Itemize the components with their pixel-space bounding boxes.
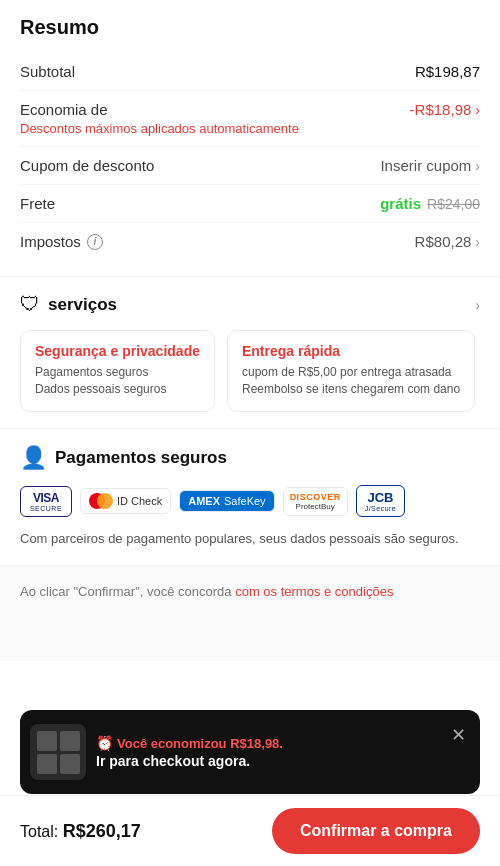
services-chevron-icon: › bbox=[475, 297, 480, 313]
service-card2-item1: cupom de R$5,00 por entrega atrasada bbox=[242, 365, 460, 379]
jcb-badge: JCB J/Secure bbox=[356, 485, 406, 517]
impostos-label-group: Impostos i bbox=[20, 233, 103, 250]
payment-person-icon: 👤 bbox=[20, 445, 47, 471]
economia-value: -R$18,98 bbox=[410, 101, 472, 118]
toast-content: ⏰ Você economizou R$18,98. Ir para check… bbox=[96, 735, 441, 769]
services-header: 🛡 serviços › bbox=[20, 293, 480, 316]
mc-orange-circle bbox=[97, 493, 113, 509]
subtotal-row: Subtotal R$198,87 bbox=[20, 53, 480, 91]
resumo-section: Resumo Subtotal R$198,87 Economia de Des… bbox=[0, 0, 500, 277]
discover-bottom-text: ProtectBuy bbox=[296, 502, 335, 511]
service-card1-item2: Dados pessoais seguros bbox=[35, 382, 200, 396]
frete-label: Frete bbox=[20, 195, 55, 212]
economia-chevron-icon: › bbox=[475, 102, 480, 118]
economia-value-group[interactable]: -R$18,98 › bbox=[410, 101, 480, 118]
visa-text: VISA bbox=[33, 491, 59, 505]
impostos-row[interactable]: Impostos i R$80,28 › bbox=[20, 223, 480, 260]
services-title: serviços bbox=[48, 295, 117, 315]
shield-icon: 🛡 bbox=[20, 293, 40, 316]
frete-row: Frete grátis R$24,00 bbox=[20, 185, 480, 223]
impostos-value: R$80,28 bbox=[415, 233, 472, 250]
service-card-security: Segurança e privacidade Pagamentos segur… bbox=[20, 330, 215, 412]
page-container: Resumo Subtotal R$198,87 Economia de Des… bbox=[0, 0, 500, 661]
service-card1-title: Segurança e privacidade bbox=[35, 343, 200, 359]
terms-section: Ao clicar "Confirmar", você concorda com… bbox=[0, 566, 500, 662]
toast-thumbnail bbox=[30, 724, 86, 780]
pagamentos-section: 👤 Pagamentos seguros VISA SECURE ID Chec… bbox=[0, 429, 500, 566]
jcb-top-text: JCB bbox=[367, 490, 393, 505]
toast-thumb-inner bbox=[33, 727, 84, 778]
total-group: Total: R$260,17 bbox=[20, 821, 141, 842]
payment-description: Com parceiros de pagamento populares, se… bbox=[20, 529, 480, 549]
cupom-chevron-icon: › bbox=[475, 158, 480, 174]
total-value: R$260,17 bbox=[63, 821, 141, 841]
service-card1-item1: Pagamentos seguros bbox=[35, 365, 200, 379]
toast-message: Ir para checkout agora. bbox=[96, 753, 441, 769]
thumb-item-1 bbox=[37, 731, 57, 751]
visa-badge: VISA SECURE bbox=[20, 486, 72, 517]
thumb-item-3 bbox=[37, 754, 57, 774]
subtotal-value: R$198,87 bbox=[415, 63, 480, 80]
services-title-row: 🛡 serviços bbox=[20, 293, 117, 316]
savings-toast: ⏰ Você economizou R$18,98. Ir para check… bbox=[20, 710, 480, 794]
total-label: Total: bbox=[20, 823, 63, 840]
terms-text: Ao clicar "Confirmar", você concorda com… bbox=[20, 582, 480, 602]
frete-value-group: grátis R$24,00 bbox=[380, 195, 480, 212]
toast-title: Você economizou R$18,98. bbox=[117, 736, 283, 751]
cupom-row[interactable]: Cupom de desconto Inserir cupom › bbox=[20, 147, 480, 185]
toast-close-icon[interactable]: ✕ bbox=[451, 724, 466, 746]
cupom-value: Inserir cupom bbox=[380, 157, 471, 174]
service-card2-item2: Reembolso se itens chegarem com dano bbox=[242, 382, 460, 396]
thumb-item-4 bbox=[60, 754, 80, 774]
mastercard-circles-icon bbox=[89, 493, 113, 509]
idcheck-text: ID Check bbox=[117, 495, 162, 507]
bottom-bar: Total: R$260,17 Confirmar a compra bbox=[0, 795, 500, 866]
economia-link[interactable]: Descontos máximos aplicados automaticame… bbox=[20, 121, 299, 136]
impostos-value-group: R$80,28 › bbox=[415, 233, 480, 250]
frete-original: R$24,00 bbox=[427, 196, 480, 212]
terms-start: Ao clicar "Confirmar", você concorda bbox=[20, 584, 235, 599]
services-cards: Segurança e privacidade Pagamentos segur… bbox=[20, 330, 480, 412]
economia-label: Economia de bbox=[20, 101, 299, 118]
amex-badge: AMEX SafeKey bbox=[179, 490, 274, 512]
payment-badges: VISA SECURE ID Check AMEX SafeKey DISCOV… bbox=[20, 485, 480, 517]
impostos-chevron-icon: › bbox=[475, 234, 480, 250]
toast-header-row: ⏰ Você economizou R$18,98. bbox=[96, 735, 441, 751]
discover-top-text: DISCOVER bbox=[290, 492, 341, 502]
impostos-info-icon[interactable]: i bbox=[87, 234, 103, 250]
clock-icon: ⏰ bbox=[96, 735, 113, 751]
mastercard-badge: ID Check bbox=[80, 488, 171, 514]
terms-link[interactable]: com os termos e condições bbox=[235, 584, 393, 599]
jcb-bottom-text: J/Secure bbox=[365, 505, 397, 512]
visa-secure-text: SECURE bbox=[30, 505, 62, 512]
service-card-delivery: Entrega rápida cupom de R$5,00 por entre… bbox=[227, 330, 475, 412]
confirm-button[interactable]: Confirmar a compra bbox=[272, 808, 480, 854]
subtotal-label: Subtotal bbox=[20, 63, 75, 80]
discover-badge: DISCOVER ProtectBuy bbox=[283, 487, 348, 516]
impostos-label: Impostos bbox=[20, 233, 81, 250]
thumb-item-2 bbox=[60, 731, 80, 751]
toast-title-prefix: Você economizou bbox=[117, 736, 227, 751]
economia-row: Economia de Descontos máximos aplicados … bbox=[20, 91, 480, 147]
safekey-text: SafeKey bbox=[224, 495, 266, 507]
cupom-value-group: Inserir cupom › bbox=[380, 157, 480, 174]
amex-text: AMEX bbox=[188, 495, 220, 507]
pagamentos-header: 👤 Pagamentos seguros bbox=[20, 445, 480, 471]
pagamentos-title: Pagamentos seguros bbox=[55, 448, 227, 468]
resumo-title: Resumo bbox=[20, 16, 480, 39]
toast-amount: R$18,98. bbox=[230, 736, 283, 751]
cupom-label: Cupom de desconto bbox=[20, 157, 154, 174]
economia-label-group: Economia de Descontos máximos aplicados … bbox=[20, 101, 299, 136]
frete-gratis: grátis bbox=[380, 195, 421, 212]
services-section: 🛡 serviços › Segurança e privacidade Pag… bbox=[0, 277, 500, 429]
service-card2-title: Entrega rápida bbox=[242, 343, 460, 359]
